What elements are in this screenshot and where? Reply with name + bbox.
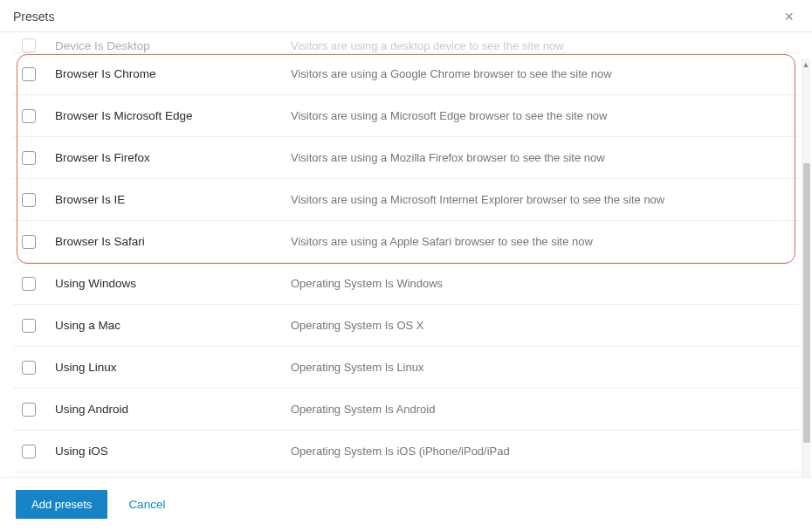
- checkbox-wrap: [22, 38, 55, 52]
- preset-description: Operating System Is Windows: [291, 277, 443, 290]
- preset-label: Browser Is Safari: [55, 235, 291, 248]
- checkbox-wrap: [22, 109, 55, 123]
- list-item[interactable]: Browser Is IE Visitors are using a Micro…: [13, 179, 799, 221]
- preset-description: Visitors are using a Apple Safari browse…: [291, 235, 593, 248]
- checkbox[interactable]: [22, 193, 36, 207]
- checkbox-wrap: [22, 319, 55, 333]
- preset-label: Using Android: [55, 403, 291, 416]
- list-item[interactable]: Using iOS Operating System Is iOS (iPhon…: [13, 431, 799, 472]
- dialog-footer: Add presets Cancel: [0, 477, 812, 531]
- cancel-button[interactable]: Cancel: [128, 498, 165, 511]
- list-item[interactable]: Using a Mac Operating System Is OS X: [13, 305, 799, 347]
- list-item[interactable]: Browser Is Firefox Visitors are using a …: [13, 137, 799, 179]
- preset-label: Using Windows: [55, 277, 291, 290]
- checkbox-wrap: [22, 151, 55, 165]
- preset-label: Browser Is Microsoft Edge: [55, 109, 291, 122]
- preset-description: Visitors are using a desktop device to s…: [291, 39, 564, 52]
- close-icon[interactable]: ×: [779, 7, 799, 26]
- preset-label: Browser Is IE: [55, 193, 291, 206]
- preset-label: Device Is Desktop: [55, 39, 291, 52]
- checkbox-wrap: [22, 361, 55, 375]
- checkbox-wrap: [22, 193, 55, 207]
- preset-label: Browser Is Chrome: [55, 67, 291, 80]
- list-item[interactable]: Using Android Operating System Is Androi…: [13, 389, 799, 431]
- list-item[interactable]: Browser Is Microsoft Edge Visitors are u…: [13, 95, 799, 137]
- preset-label: Using Linux: [55, 361, 291, 374]
- list-item[interactable]: Using Linux Operating System Is Linux: [13, 347, 799, 389]
- scrollbar-track[interactable]: [802, 59, 810, 478]
- checkbox[interactable]: [22, 403, 36, 417]
- list-item[interactable]: Using Windows Operating System Is Window…: [13, 263, 799, 305]
- preset-description: Operating System Is iOS (iPhone/iPod/iPa…: [291, 445, 510, 458]
- checkbox[interactable]: [22, 277, 36, 291]
- preset-description: Visitors are using a Google Chrome brows…: [291, 67, 612, 80]
- list-item[interactable]: Device Is Desktop Visitors are using a d…: [13, 32, 799, 53]
- preset-label: Using iOS: [55, 445, 291, 458]
- preset-description: Operating System Is Android: [291, 403, 435, 416]
- checkbox[interactable]: [22, 235, 36, 249]
- checkbox-wrap: [22, 235, 55, 249]
- checkbox[interactable]: [22, 67, 36, 81]
- preset-list: Device Is Desktop Visitors are using a d…: [13, 32, 799, 472]
- scroll-area: Device Is Desktop Visitors are using a d…: [0, 32, 812, 478]
- add-presets-button[interactable]: Add presets: [16, 490, 107, 519]
- checkbox-wrap: [22, 277, 55, 291]
- preset-description: Visitors are using a Microsoft Internet …: [291, 193, 664, 206]
- scrollbar-thumb[interactable]: [803, 163, 810, 443]
- preset-description: Operating System Is OS X: [291, 319, 423, 332]
- preset-description: Visitors are using a Microsoft Edge brow…: [291, 109, 608, 122]
- dialog-title: Presets: [13, 10, 54, 24]
- content-area: Device Is Desktop Visitors are using a d…: [0, 32, 812, 478]
- preset-label: Browser Is Firefox: [55, 151, 291, 164]
- checkbox[interactable]: [22, 361, 36, 375]
- list-item[interactable]: Browser Is Safari Visitors are using a A…: [13, 221, 799, 263]
- checkbox-wrap: [22, 403, 55, 417]
- dialog-header: Presets ×: [0, 0, 812, 32]
- scroll-up-arrow-icon[interactable]: ▲: [802, 60, 810, 69]
- checkbox-wrap: [22, 67, 55, 81]
- preset-label: Using a Mac: [55, 319, 291, 332]
- list-item[interactable]: Browser Is Chrome Visitors are using a G…: [13, 53, 799, 95]
- preset-description: Visitors are using a Mozilla Firefox bro…: [291, 151, 605, 164]
- checkbox[interactable]: [22, 445, 36, 459]
- checkbox[interactable]: [22, 319, 36, 333]
- checkbox[interactable]: [22, 151, 36, 165]
- checkbox[interactable]: [22, 38, 36, 52]
- checkbox[interactable]: [22, 109, 36, 123]
- checkbox-wrap: [22, 445, 55, 459]
- preset-description: Operating System Is Linux: [291, 361, 423, 374]
